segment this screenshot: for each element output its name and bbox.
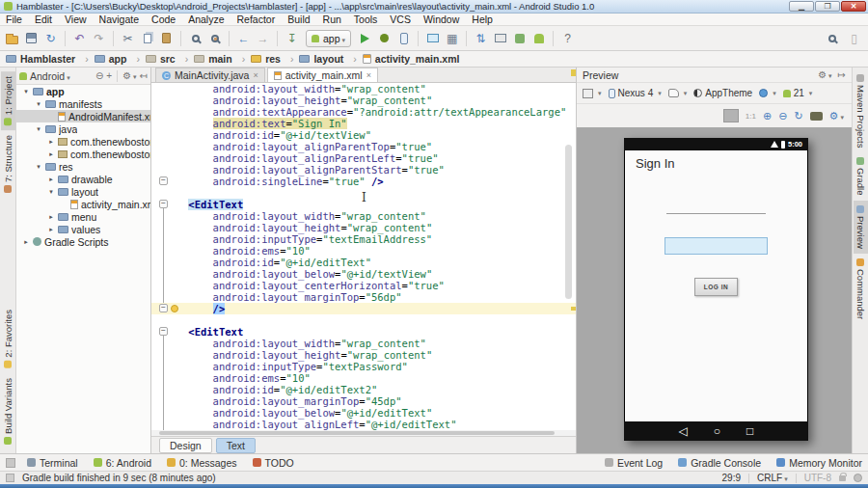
redo-icon[interactable]: ↷ [91, 30, 107, 46]
open-icon[interactable] [4, 30, 20, 46]
run-config-selector[interactable]: app [306, 30, 351, 47]
build-variants-icon[interactable] [511, 30, 528, 46]
gradle-sync-icon[interactable]: ⇅ [473, 30, 489, 46]
forward-icon[interactable]: → [255, 30, 271, 46]
menu-item-build[interactable]: Build [287, 14, 310, 25]
menu-item-help[interactable]: Help [472, 14, 493, 25]
menu-item-refactor[interactable]: Refactor [237, 14, 276, 25]
tool-window-button-gradle-console[interactable]: Gradle Console [678, 457, 761, 469]
menu-item-tools[interactable]: Tools [354, 14, 378, 25]
android-monitor-icon[interactable] [492, 30, 508, 46]
fold-marker-icon[interactable] [159, 200, 168, 208]
fold-marker-icon[interactable] [159, 304, 168, 312]
editor-mode-tab-design[interactable]: Design [159, 438, 212, 453]
gear-icon[interactable]: ⚙ [122, 70, 136, 81]
tool-strip-tab-preview[interactable]: Preview [854, 201, 868, 254]
tool-window-switcher-icon[interactable] [6, 458, 15, 468]
locale-selector[interactable] [759, 89, 776, 97]
breadcrumb-item-hamblaster[interactable]: Hamblaster [6, 53, 95, 65]
tree-item-app[interactable]: ▾app [16, 85, 150, 97]
undo-icon[interactable]: ↶ [71, 30, 88, 46]
preview-settings-icon[interactable]: ⚙ [829, 110, 844, 122]
orientation-selector[interactable] [668, 89, 688, 97]
theme-selector[interactable]: AppTheme [693, 88, 752, 98]
tool-window-button-6-android[interactable]: 6: Android [94, 457, 151, 469]
hide-panel-icon[interactable]: ↤ [140, 70, 148, 81]
locate-file-icon[interactable]: + [106, 70, 112, 81]
preview-gear-icon[interactable]: ⚙ [818, 69, 831, 80]
avd-manager-icon[interactable] [424, 30, 441, 46]
tree-item-manifests[interactable]: ▾manifests [16, 97, 150, 110]
zoom-in-icon[interactable]: ⊕ [763, 110, 772, 122]
menu-item-window[interactable]: Window [423, 14, 459, 25]
cut-icon[interactable]: ✂ [120, 30, 136, 46]
paste-icon[interactable] [158, 30, 175, 46]
editor-vertical-scrollbar[interactable] [565, 145, 572, 299]
intention-bulb-icon[interactable] [171, 305, 178, 312]
minimize-button[interactable]: ▁ [789, 1, 814, 12]
copy-icon[interactable] [139, 30, 155, 46]
tool-strip-tab-7-structure[interactable]: 7: Structure [1, 130, 15, 198]
make-project-icon[interactable]: ↧ [284, 30, 300, 46]
project-view-selector[interactable]: Android [30, 70, 70, 82]
toolbar-panel-icon[interactable]: ▯ [846, 30, 862, 46]
tree-item-androidmanifest-xml[interactable]: AndroidManifest.xml [16, 110, 150, 122]
tree-item-drawable[interactable]: ▸drawable [16, 173, 150, 185]
preview-hide-icon[interactable]: ↦ [838, 69, 846, 80]
tree-item-layout[interactable]: ▾layout [16, 185, 150, 198]
tool-strip-tab-maven-projects[interactable]: Maven Projects [854, 69, 868, 152]
tool-strip-tab-commander[interactable]: Commander [854, 254, 868, 324]
refresh-icon[interactable]: ↻ [794, 110, 802, 122]
synchronize-icon[interactable]: ↻ [42, 30, 59, 46]
editor-tab-mainactivity-java[interactable]: CMainActivity.java× [155, 68, 265, 82]
breadcrumb-item-res[interactable]: res [251, 53, 299, 65]
tree-item-res[interactable]: ▾res [16, 160, 150, 173]
help-icon[interactable]: ? [559, 30, 576, 46]
save-all-icon[interactable] [23, 30, 40, 46]
tool-window-button-todo[interactable]: TODO [253, 457, 294, 469]
menu-item-analyze[interactable]: Analyze [188, 14, 224, 25]
tree-item-activity-main-xml[interactable]: activity_main.xml [16, 198, 150, 210]
close-tab-icon[interactable]: × [253, 70, 258, 80]
find-icon[interactable] [187, 30, 203, 46]
tool-window-button-0-messages[interactable]: 0: Messages [167, 457, 237, 469]
maximize-button[interactable]: ❒ [815, 1, 840, 12]
line-ending-selector[interactable]: CRLF [757, 473, 788, 483]
tree-item-com-thenewboston-hamblaster[interactable]: ▸com.thenewboston.hamblaster [16, 148, 150, 160]
project-structure-icon[interactable]: ▦ [444, 30, 460, 46]
editor-mode-tab-text[interactable]: Text [216, 438, 256, 453]
breadcrumb-item-src[interactable]: src [146, 53, 194, 65]
code-editor[interactable]: android:layout_width="wrap_content" andr… [151, 83, 576, 430]
menu-item-run[interactable]: Run [323, 14, 341, 25]
sdk-manager-icon[interactable] [530, 30, 547, 46]
tool-window-button-event-log[interactable]: Event Log [605, 457, 663, 469]
debug-icon[interactable] [376, 30, 393, 46]
layout-variant-selector[interactable] [583, 89, 602, 98]
encoding-indicator[interactable]: UTF-8 [804, 473, 831, 483]
zoom-out-icon[interactable]: ⊖ [778, 110, 787, 122]
status-bar-icon[interactable] [6, 474, 14, 482]
replace-icon[interactable] [206, 30, 223, 46]
actual-size-icon[interactable]: 1:1 [746, 112, 756, 121]
menu-item-edit[interactable]: Edit [35, 14, 52, 25]
lock-icon[interactable] [839, 475, 846, 481]
close-tab-icon[interactable]: × [366, 70, 371, 80]
tree-item-gradle-scripts[interactable]: ▸Gradle Scripts [16, 235, 150, 248]
fold-marker-icon[interactable] [159, 176, 168, 185]
tool-strip-tab-1-project[interactable]: 1: Project [1, 71, 15, 130]
run-icon[interactable] [357, 30, 373, 46]
search-everywhere-icon[interactable] [824, 30, 840, 46]
close-button[interactable]: ✕ [841, 1, 866, 12]
api-level-selector[interactable]: 21 [783, 88, 813, 98]
breadcrumb-item-activity_main.xml[interactable]: activity_main.xml [363, 53, 460, 65]
tree-item-values[interactable]: ▸values [16, 223, 150, 235]
tree-item-menu[interactable]: ▸menu [16, 210, 150, 223]
emulate-device-size-button[interactable] [723, 109, 739, 122]
tree-item-com-thenewboston-hamblaster[interactable]: ▸com.thenewboston.hamblaster [16, 135, 150, 148]
tool-strip-tab-2-favorites[interactable]: 2: Favorites [1, 305, 15, 373]
highlighting-level-icon[interactable] [854, 474, 862, 482]
breadcrumb-item-app[interactable]: app [95, 53, 146, 65]
attach-debugger-icon[interactable] [395, 30, 412, 46]
menu-item-view[interactable]: View [65, 14, 87, 25]
menu-item-navigate[interactable]: Navigate [99, 14, 139, 25]
